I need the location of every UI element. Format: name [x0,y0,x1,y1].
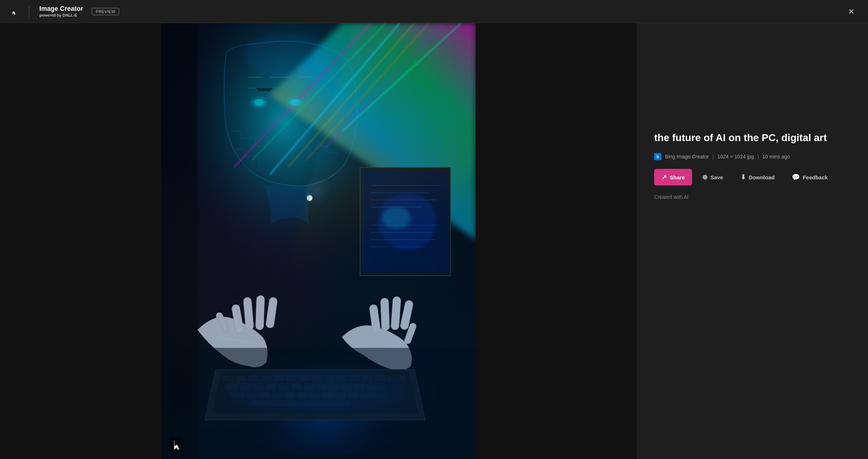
download-icon: ⬇ [740,173,746,181]
close-icon: × [848,6,854,17]
image-area [0,23,637,459]
page-title: Image Creator [39,5,83,13]
share-button[interactable]: ↗ Share [654,169,692,185]
bing-meta-icon: b [654,153,661,160]
header-divider [29,6,29,17]
download-button[interactable]: ⬇ Download [733,169,782,185]
meta-time: 10 mins ago [763,154,790,159]
header-logo-group: b Image Creator powered by DALL-E PREVIE… [9,5,119,18]
svg-point-78 [382,207,411,229]
image-title: the future of AI on the PC, digital art [654,131,851,144]
meta-sep-2: | [757,154,759,159]
download-label: Download [749,174,775,180]
image-container [161,23,476,459]
image-meta: b Bing Image Creator | 1024 × 1024 jpg |… [654,153,851,160]
svg-point-15 [245,34,331,77]
save-label: Save [711,174,723,180]
header: b Image Creator powered by DALL-E PREVIE… [0,0,868,23]
subtitle-bold: DALL-E [62,13,77,17]
close-button[interactable]: × [843,4,859,19]
svg-rect-20 [255,296,264,330]
svg-point-12 [255,99,263,106]
generated-image [161,23,476,459]
action-buttons: ↗ Share ⊕ Save ⬇ Download 💬 Feedback [654,169,851,185]
share-label: Share [670,174,685,180]
meta-sep-1: | [712,154,714,159]
bing-logo-icon [9,6,19,17]
save-icon: ⊕ [702,173,708,181]
svg-rect-79 [161,348,476,459]
created-with-ai-label: Created with AI [654,194,851,200]
svg-rect-80 [161,23,198,459]
subtitle-prefix: powered by [39,13,62,17]
save-button[interactable]: ⊕ Save [695,169,730,185]
feedback-icon: 💬 [792,173,800,181]
main-content: the future of AI on the PC, digital art … [0,23,868,459]
bing-logo[interactable]: b [9,6,19,17]
feedback-label: Feedback [803,174,828,180]
share-icon: ↗ [661,173,667,181]
robot-illustration [161,23,476,459]
meta-source: Bing Image Creator [665,154,709,159]
meta-dimensions: 1024 × 1024 jpg [717,154,754,159]
feedback-button[interactable]: 💬 Feedback [785,169,835,185]
info-panel: the future of AI on the PC, digital art … [637,23,868,459]
header-title-section: Image Creator powered by DALL-E [39,5,83,18]
header-subtitle: powered by DALL-E [39,13,83,18]
svg-rect-81 [169,437,183,452]
preview-badge: PREVIEW [92,8,119,15]
image-watermark [169,437,183,452]
svg-point-14 [291,99,299,106]
svg-rect-25 [380,298,389,331]
